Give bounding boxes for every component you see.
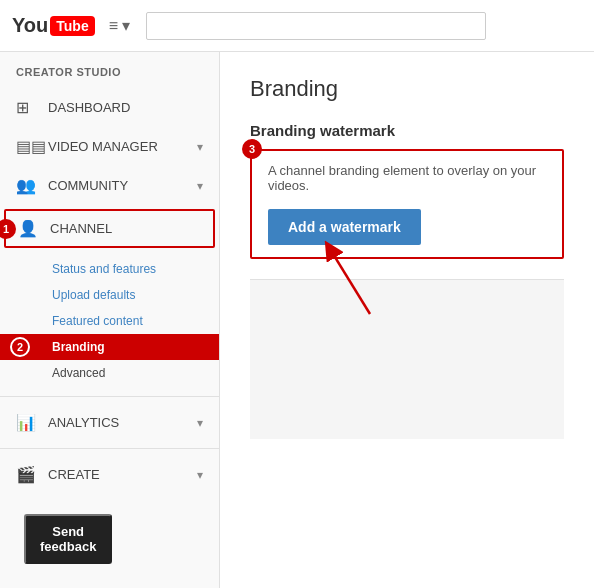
divider-2 (0, 448, 219, 449)
header: You Tube ≡ ▾ (0, 0, 594, 52)
sidebar-item-dashboard[interactable]: DASHBOARD (0, 88, 219, 127)
sidebar-title: CREATOR STUDIO (0, 52, 219, 88)
sidebar: CREATOR STUDIO DASHBOARD ▤ VIDEO MANAGER… (0, 52, 220, 588)
dashboard-icon (16, 98, 38, 117)
page-title: Branding (250, 76, 564, 102)
sub-item-advanced[interactable]: Advanced (0, 360, 219, 386)
badge-1: 1 (0, 219, 16, 239)
sidebar-item-video-manager[interactable]: ▤ VIDEO MANAGER ▾ (0, 127, 219, 166)
sidebar-item-create[interactable]: 🎬 CREATE ▾ (0, 455, 219, 494)
badge-3: 3 (242, 139, 262, 159)
community-chevron-icon: ▾ (197, 179, 203, 193)
sidebar-item-community-label: COMMUNITY (48, 178, 128, 193)
sub-item-branding[interactable]: 2 Branding (0, 334, 219, 360)
sidebar-item-analytics-label: ANALYTICS (48, 415, 119, 430)
badge-2: 2 (10, 337, 30, 357)
analytics-icon: 📊 (16, 413, 38, 432)
analytics-chevron-icon: ▾ (197, 416, 203, 430)
create-chevron-icon: ▾ (197, 468, 203, 482)
add-watermark-button[interactable]: Add a watermark (268, 209, 421, 245)
gray-area (250, 279, 564, 439)
create-icon: 🎬 (16, 465, 38, 484)
youtube-text: You (12, 14, 48, 37)
youtube-box: Tube (50, 16, 94, 36)
sidebar-item-dashboard-label: DASHBOARD (48, 100, 130, 115)
sidebar-item-community[interactable]: 👥 COMMUNITY ▾ (0, 166, 219, 205)
sidebar-item-create-label: CREATE (48, 467, 100, 482)
sidebar-item-channel-label: CHANNEL (50, 221, 112, 236)
branding-label: Branding (52, 340, 105, 354)
main-content: Branding Branding watermark 3 A channel … (220, 52, 594, 588)
section-desc: A channel branding element to overlay on… (268, 163, 546, 193)
youtube-logo: You Tube (12, 14, 95, 37)
layout: CREATOR STUDIO DASHBOARD ▤ VIDEO MANAGER… (0, 52, 594, 588)
sub-item-featured[interactable]: Featured content (0, 308, 219, 334)
sidebar-item-channel[interactable]: 1 👤 CHANNEL (4, 209, 215, 248)
channel-icon: 👤 (18, 219, 40, 238)
sidebar-item-analytics[interactable]: 📊 ANALYTICS ▾ (0, 403, 219, 442)
hamburger-icon[interactable]: ≡ ▾ (109, 16, 131, 35)
search-input[interactable] (146, 12, 486, 40)
watermark-box: 3 A channel branding element to overlay … (250, 149, 564, 259)
channel-subitems: Status and features Upload defaults Feat… (0, 252, 219, 390)
sub-item-upload[interactable]: Upload defaults (0, 282, 219, 308)
sub-item-status[interactable]: Status and features (0, 256, 219, 282)
section-title: Branding watermark (250, 122, 564, 139)
video-chevron-icon: ▾ (197, 140, 203, 154)
send-feedback-button[interactable]: Send feedback (24, 514, 112, 564)
video-icon: ▤ (16, 137, 38, 156)
community-icon: 👥 (16, 176, 38, 195)
divider-1 (0, 396, 219, 397)
sidebar-item-video-label: VIDEO MANAGER (48, 139, 158, 154)
